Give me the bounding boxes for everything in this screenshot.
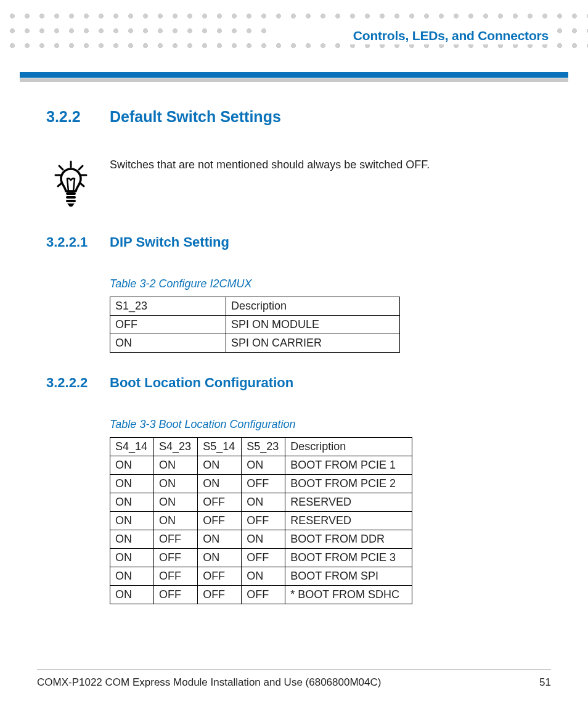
table-caption: Table 3-2 Configure I2CMUX [110,277,545,290]
table-cell: S5_14 [198,438,242,456]
heading-text: Default Switch Settings [110,108,281,126]
table-cell: * BOOT FROM SDHC [285,586,412,604]
page-content: 3.2.2 Default Switch Settings [46,108,545,651]
chapter-title: Controls, LEDs, and Connectors [351,27,551,44]
table-cell: ON [198,475,242,493]
table-cell: ON [110,512,154,530]
table-caption: Table 3-3 Boot Location Configuration [110,418,545,431]
table-cell: OFF [154,549,198,567]
footer-rule [37,669,551,670]
table-cell: OFF [198,586,242,604]
table-cell: ON [110,475,154,493]
table-cell: OFF [198,493,242,512]
heading-3-2-2-1: 3.2.2.1 DIP Switch Setting [46,234,545,250]
table-cell: BOOT FROM PCIE 2 [285,475,412,493]
header-rule [20,72,568,82]
table-cell: ON [110,530,154,549]
table-cell: BOOT FROM SPI [285,567,412,586]
table-cell: OFF [154,530,198,549]
table-cell: OFF [198,512,242,530]
table-cell: OFF [198,567,242,586]
svg-line-5 [58,183,62,186]
table-cell: ON [242,493,285,512]
table-cell: BOOT FROM PCIE 1 [285,456,412,475]
table-cell: OFF [242,586,285,604]
table-cell: Description [226,297,400,316]
note-text: Switches that are not mentioned should a… [110,157,430,173]
table-cell: SPI ON CARRIER [226,334,400,353]
table-cell: SPI ON MODULE [226,316,400,334]
table-3-2: Table 3-2 Configure I2CMUX S1_23Descript… [110,277,545,353]
table-cell: OFF [110,316,226,334]
table-cell: OFF [154,586,198,604]
tip-note: Switches that are not mentioned should a… [46,157,545,210]
table-cell: RESERVED [285,512,412,530]
table-cell: ON [242,530,285,549]
table-cell: OFF [242,549,285,567]
lightbulb-icon [46,157,110,210]
table-cell: ON [198,549,242,567]
table-body: S4_14S4_23S5_14S5_23DescriptionONONONONB… [110,437,412,604]
page-footer: COMX-P1022 COM Express Module Installati… [37,676,551,689]
svg-line-2 [79,166,83,170]
table-body: S1_23DescriptionOFFSPI ON MODULEONSPI ON… [110,297,400,353]
table-cell: S4_23 [154,438,198,456]
table-cell: ON [110,493,154,512]
table-cell: ON [154,456,198,475]
heading-3-2-2: 3.2.2 Default Switch Settings [46,108,545,126]
table-cell: ON [154,493,198,512]
table-cell: BOOT FROM PCIE 3 [285,549,412,567]
footer-doc-title: COMX-P1022 COM Express Module Installati… [37,676,381,689]
table-cell: ON [110,586,154,604]
heading-text: Boot Location Configuration [110,375,293,391]
table-cell: ON [110,549,154,567]
table-3-3: Table 3-3 Boot Location Configuration S4… [110,418,545,604]
svg-rect-9 [66,200,76,202]
svg-rect-8 [66,196,76,199]
table-cell: ON [110,456,154,475]
table-cell: ON [242,456,285,475]
table-cell: OFF [242,475,285,493]
table-cell: ON [154,512,198,530]
svg-rect-7 [66,192,76,195]
heading-number: 3.2.2 [46,108,110,126]
footer-page-number: 51 [539,676,551,689]
heading-text: DIP Switch Setting [110,234,229,250]
svg-line-6 [80,183,84,186]
table-cell: OFF [154,567,198,586]
table-cell: ON [110,567,154,586]
table-cell: Description [285,438,412,456]
table-cell: S1_23 [110,297,226,316]
table-cell: ON [198,530,242,549]
table-cell: ON [242,567,285,586]
table-cell: OFF [242,512,285,530]
table-cell: BOOT FROM DDR [285,530,412,549]
table-cell: RESERVED [285,493,412,512]
table-cell: ON [154,475,198,493]
heading-3-2-2-2: 3.2.2.2 Boot Location Configuration [46,375,545,391]
heading-number: 3.2.2.2 [46,375,110,391]
table-cell: S4_14 [110,438,154,456]
table-cell: ON [198,456,242,475]
table-cell: S5_23 [242,438,285,456]
svg-line-1 [59,166,63,170]
heading-number: 3.2.2.1 [46,234,110,250]
table-cell: ON [110,334,226,353]
